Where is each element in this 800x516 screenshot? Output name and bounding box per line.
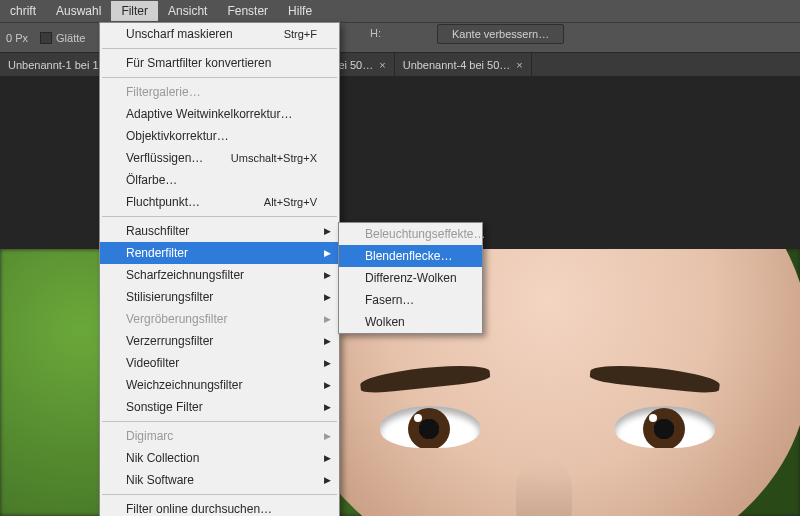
submenu-arrow-icon: ▶ xyxy=(324,267,331,283)
filter-menu-item[interactable]: Nik Software▶ xyxy=(100,469,339,491)
menu-separator xyxy=(102,216,337,217)
menubar-item-fenster[interactable]: Fenster xyxy=(217,1,278,21)
filter-menu-item[interactable]: Rauschfilter▶ xyxy=(100,220,339,242)
tab-label: Unbenannt-4 bei 50… xyxy=(403,59,511,71)
renderfilter-submenu: Beleuchtungseffekte…Blendenflecke…Differ… xyxy=(338,222,483,334)
filter-menu-item: Filtergalerie… xyxy=(100,81,339,103)
document-tab[interactable]: Unbenannt-4 bei 50…× xyxy=(395,53,532,76)
menu-item-label: Nik Collection xyxy=(126,450,199,466)
render-submenu-item[interactable]: Blendenflecke… xyxy=(339,245,482,267)
menu-item-label: Verflüssigen… xyxy=(126,150,203,166)
filter-menu-item[interactable]: Verflüssigen…Umschalt+Strg+X xyxy=(100,147,339,169)
menu-item-label: Objektivkorrektur… xyxy=(126,128,229,144)
filter-menu-item[interactable]: Fluchtpunkt…Alt+Strg+V xyxy=(100,191,339,213)
menu-item-label: Stilisierungsfilter xyxy=(126,289,213,305)
menu-item-label: Digimarc xyxy=(126,428,173,444)
filter-menu-item[interactable]: Adaptive Weitwinkelkorrektur… xyxy=(100,103,339,125)
render-submenu-item[interactable]: Fasern… xyxy=(339,289,482,311)
menu-item-label: Beleuchtungseffekte… xyxy=(365,226,486,242)
close-icon[interactable]: × xyxy=(516,59,522,71)
close-icon[interactable]: × xyxy=(379,59,385,71)
menu-item-label: Scharfzeichnungsfilter xyxy=(126,267,244,283)
menu-item-label: Rauschfilter xyxy=(126,223,189,239)
submenu-arrow-icon: ▶ xyxy=(324,428,331,444)
menu-shortcut: Strg+F xyxy=(284,26,317,42)
submenu-arrow-icon: ▶ xyxy=(324,450,331,466)
menu-item-label: Für Smartfilter konvertieren xyxy=(126,55,271,71)
filter-menu-item[interactable]: Für Smartfilter konvertieren xyxy=(100,52,339,74)
menu-separator xyxy=(102,421,337,422)
menubar-item-hilfe[interactable]: Hilfe xyxy=(278,1,322,21)
submenu-arrow-icon: ▶ xyxy=(324,289,331,305)
submenu-arrow-icon: ▶ xyxy=(324,377,331,393)
menu-item-label: Differenz-Wolken xyxy=(365,270,457,286)
menu-item-label: Fluchtpunkt… xyxy=(126,194,200,210)
options-px-value: 0 Px xyxy=(6,32,28,44)
submenu-arrow-icon: ▶ xyxy=(324,223,331,239)
menu-item-label: Filtergalerie… xyxy=(126,84,201,100)
filter-menu-item[interactable]: Videofilter▶ xyxy=(100,352,339,374)
filter-menu-item[interactable]: Nik Collection▶ xyxy=(100,447,339,469)
menu-item-label: Renderfilter xyxy=(126,245,188,261)
menu-item-label: Fasern… xyxy=(365,292,414,308)
menu-item-label: Wolken xyxy=(365,314,405,330)
height-label: H: xyxy=(370,27,381,39)
menubar-item-chrift[interactable]: chrift xyxy=(0,1,46,21)
filter-menu-item: Digimarc▶ xyxy=(100,425,339,447)
menubar-item-ansicht[interactable]: Ansicht xyxy=(158,1,217,21)
submenu-arrow-icon: ▶ xyxy=(324,333,331,349)
filter-menu-item[interactable]: Scharfzeichnungsfilter▶ xyxy=(100,264,339,286)
filter-menu-item[interactable]: Unscharf maskierenStrg+F xyxy=(100,23,339,45)
submenu-arrow-icon: ▶ xyxy=(324,245,331,261)
render-submenu-item[interactable]: Differenz-Wolken xyxy=(339,267,482,289)
menu-separator xyxy=(102,494,337,495)
menu-item-label: Vergröberungsfilter xyxy=(126,311,227,327)
menu-item-label: Verzerrungsfilter xyxy=(126,333,213,349)
menu-item-label: Filter online durchsuchen… xyxy=(126,501,272,516)
submenu-arrow-icon: ▶ xyxy=(324,399,331,415)
filter-menu-item[interactable]: Renderfilter▶ xyxy=(100,242,339,264)
aa-label: Glätte xyxy=(56,32,85,44)
menubar-item-auswahl[interactable]: Auswahl xyxy=(46,1,111,21)
menu-shortcut: Umschalt+Strg+X xyxy=(231,150,317,166)
menu-item-label: Sonstige Filter xyxy=(126,399,203,415)
filter-menu-item[interactable]: Ölfarbe… xyxy=(100,169,339,191)
menu-item-label: Ölfarbe… xyxy=(126,172,177,188)
filter-menu-item: Vergröberungsfilter▶ xyxy=(100,308,339,330)
menu-item-label: Nik Software xyxy=(126,472,194,488)
menu-shortcut: Alt+Strg+V xyxy=(264,194,317,210)
menu-item-label: Blendenflecke… xyxy=(365,248,452,264)
submenu-arrow-icon: ▶ xyxy=(324,311,331,327)
filter-menu-item[interactable]: Weichzeichnungsfilter▶ xyxy=(100,374,339,396)
render-submenu-item: Beleuchtungseffekte… xyxy=(339,223,482,245)
render-submenu-item[interactable]: Wolken xyxy=(339,311,482,333)
filter-menu-dropdown: Unscharf maskierenStrg+FFür Smartfilter … xyxy=(99,22,340,516)
menu-item-label: Adaptive Weitwinkelkorrektur… xyxy=(126,106,293,122)
aa-checkbox[interactable]: Glätte xyxy=(40,32,85,44)
menu-item-label: Weichzeichnungsfilter xyxy=(126,377,243,393)
filter-menu-item[interactable]: Filter online durchsuchen… xyxy=(100,498,339,516)
submenu-arrow-icon: ▶ xyxy=(324,355,331,371)
submenu-arrow-icon: ▶ xyxy=(324,472,331,488)
filter-menu-item[interactable]: Verzerrungsfilter▶ xyxy=(100,330,339,352)
checkbox-icon xyxy=(40,32,52,44)
menu-separator xyxy=(102,48,337,49)
filter-menu-item[interactable]: Stilisierungsfilter▶ xyxy=(100,286,339,308)
menubar: chriftAuswahlFilterAnsichtFensterHilfe xyxy=(0,0,800,22)
menubar-item-filter[interactable]: Filter xyxy=(111,1,158,21)
filter-menu-item[interactable]: Objektivkorrektur… xyxy=(100,125,339,147)
refine-edge-button[interactable]: Kante verbessern… xyxy=(437,24,564,44)
tab-label: Unbenannt-1 bei 1 xyxy=(8,59,99,71)
menu-item-label: Videofilter xyxy=(126,355,179,371)
menu-separator xyxy=(102,77,337,78)
menu-item-label: Unscharf maskieren xyxy=(126,26,233,42)
filter-menu-item[interactable]: Sonstige Filter▶ xyxy=(100,396,339,418)
